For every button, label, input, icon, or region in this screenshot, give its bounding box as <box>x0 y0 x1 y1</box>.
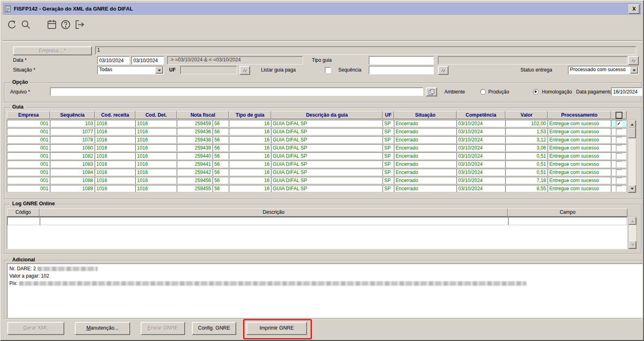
cell-competencia: 03/10/2024 <box>457 144 505 152</box>
data-from-input[interactable] <box>97 56 130 65</box>
cell-competencia: 03/10/2024 <box>457 120 505 127</box>
config-gnre-button[interactable]: Config. GNRE <box>192 322 236 335</box>
cell-competencia: 03/10/2024 <box>457 128 505 135</box>
tipo-guia-lookup-button[interactable] <box>628 56 639 65</box>
form-icon <box>5 5 11 12</box>
row-checkbox[interactable] <box>611 185 627 192</box>
row-checkbox[interactable] <box>611 128 627 135</box>
log-empty-cell <box>40 217 508 225</box>
cell-sequencia: 1078 <box>50 136 95 143</box>
col-cod-det[interactable]: Cod. Det. <box>135 111 177 119</box>
arquivo-input[interactable] <box>50 87 423 96</box>
sequencia-lookup-button[interactable] <box>438 66 448 75</box>
col-nota-fiscal[interactable]: Nota fiscal <box>177 111 229 119</box>
col-processamento[interactable]: Processamento <box>548 111 611 119</box>
row-checkbox[interactable] <box>611 169 627 176</box>
cell-serie: 56 <box>213 177 229 184</box>
row-checkbox[interactable] <box>611 136 627 143</box>
col-sequencia[interactable]: Sequência <box>50 111 95 119</box>
refresh-icon <box>7 19 17 30</box>
select-all-checkbox[interactable] <box>616 112 622 119</box>
col-empresa[interactable]: Empresa <box>7 111 50 119</box>
data-pagamento-label: Data pagamento <box>576 88 612 96</box>
cell-cod-receita: 1016 <box>95 136 135 143</box>
cell-uf: SP <box>383 169 394 176</box>
chevron-down-icon[interactable] <box>155 67 163 74</box>
cell-cod-receita: 1016 <box>95 120 135 127</box>
cell-uf: SP <box>383 120 394 127</box>
scroll-up-icon[interactable] <box>628 120 636 128</box>
table-row[interactable]: 0011084101610162594425616GUIA DIFAL SPSP… <box>7 169 627 176</box>
cell-tipo-guia: 16 <box>229 161 271 168</box>
cell-sequencia: 1082 <box>50 152 95 160</box>
col-uf[interactable]: UF <box>383 111 394 119</box>
cell-valor: 0,51 <box>505 161 548 168</box>
log-col-codigo[interactable]: Código <box>7 209 39 217</box>
homologacao-radio[interactable] <box>533 89 539 95</box>
log-col-campo[interactable]: Campo <box>508 209 627 217</box>
calendar-button[interactable] <box>45 17 59 31</box>
table-row[interactable]: 0011088101610162594565616GUIA DIFAL SPSP… <box>7 177 627 184</box>
data-pagamento-input[interactable] <box>611 87 642 96</box>
table-row[interactable]: 0011080101610162594395616GUIA DIFAL SPSP… <box>7 144 627 152</box>
table-row[interactable]: 0011083101610162594415616GUIA DIFAL SPSP… <box>7 161 627 168</box>
col-cod-receita[interactable]: Cod. receita <box>95 111 135 119</box>
row-checkbox[interactable] <box>611 152 627 160</box>
uf-lookup-button[interactable] <box>239 66 250 75</box>
cell-processamento: Entregue com sucesso <box>548 152 611 160</box>
situacao-label: Situação * <box>13 66 35 74</box>
row-checkbox[interactable]: ✓ <box>611 120 627 127</box>
status-entrega-label: Status entrega <box>520 66 552 74</box>
chevron-down-icon[interactable] <box>630 67 638 74</box>
guia-scrollbar[interactable] <box>628 120 636 193</box>
row-checkbox[interactable] <box>611 177 627 184</box>
sequencia-input[interactable] <box>369 66 434 74</box>
producao-radio[interactable] <box>480 89 486 95</box>
cell-cod-receita: 1016 <box>95 185 135 192</box>
cell-sequencia: 1080 <box>50 144 95 152</box>
guia-scrollbar-thumb[interactable] <box>628 128 636 138</box>
cell-uf: SP <box>383 136 394 143</box>
situacao-select[interactable]: Todas <box>97 66 164 74</box>
search-button[interactable] <box>19 17 33 31</box>
cell-tipo-guia: 16 <box>229 169 271 176</box>
col-descricao[interactable]: Descrição da guia <box>271 111 383 119</box>
listar-guia-paga-checkbox[interactable] <box>325 67 331 73</box>
copy-button[interactable] <box>426 87 437 96</box>
manutencao-button[interactable]: Manutenção... <box>75 322 130 335</box>
log-col-descricao[interactable]: Descrição <box>39 209 508 217</box>
scroll-down-icon[interactable] <box>628 185 636 193</box>
cell-serie: 56 <box>213 136 229 143</box>
tipo-guia-input[interactable] <box>369 56 434 65</box>
cell-descricao: GUIA DIFAL SP <box>271 169 383 176</box>
cell-empresa: 001 <box>7 128 50 135</box>
refresh-button[interactable] <box>5 17 19 31</box>
table-row[interactable]: 001103101610162594595616GUIA DIFAL SPSPE… <box>7 120 627 127</box>
col-competencia[interactable]: Competência <box>457 111 505 119</box>
exit-button[interactable] <box>72 17 86 31</box>
table-row[interactable]: 0011077101610162594365616GUIA DIFAL SPSP… <box>7 128 627 135</box>
table-row[interactable]: 0011082101610162594405616GUIA DIFAL SPSP… <box>7 152 627 160</box>
table-row[interactable]: 0011089101610162594555616GUIA DIFAL SPSP… <box>7 185 627 192</box>
col-situacao[interactable]: Situação <box>394 111 457 119</box>
data-to-input[interactable] <box>131 56 164 65</box>
cell-nota-fiscal: 259459 <box>177 120 213 127</box>
status-entrega-select[interactable]: Processado com sucesso <box>568 66 639 74</box>
cell-empresa: 001 <box>7 144 50 152</box>
row-checkbox[interactable] <box>611 161 627 168</box>
cell-sequencia: 1088 <box>50 177 95 184</box>
valor-a-pagar-line: Valor a pagar: 102 <box>9 272 640 280</box>
cell-cod-det: 1016 <box>135 136 177 143</box>
cell-situacao: Encerrado <box>394 185 457 192</box>
close-button[interactable]: X <box>629 4 640 14</box>
help-button[interactable] <box>59 17 72 31</box>
row-checkbox[interactable] <box>611 144 627 152</box>
opcao-group: Opção Arquivo * Ambiente Produção Homolo… <box>4 83 642 102</box>
col-tipo-de-guia[interactable]: Tipo de guia <box>229 111 271 119</box>
col-valor[interactable]: Valor <box>505 111 548 119</box>
cell-nota-fiscal: 259441 <box>177 161 213 168</box>
adicional-text-area[interactable]: Nr. DARE: 2 Valor a pagar: 102 Pix: <box>7 263 643 318</box>
table-row[interactable]: 0011078101610162594385616GUIA DIFAL SPSP… <box>7 136 627 143</box>
cell-situacao: Encerrado <box>394 169 457 176</box>
cell-situacao: Encerrado <box>394 144 457 152</box>
